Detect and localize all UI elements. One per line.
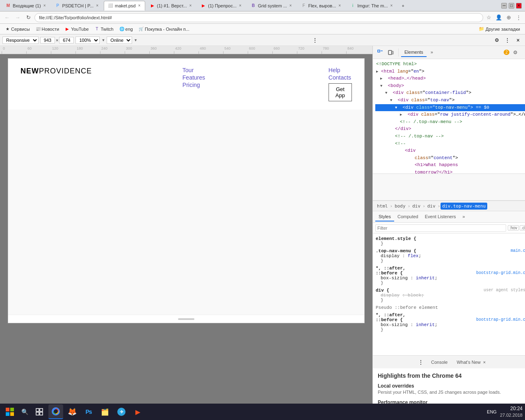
topnav-triangle[interactable]: ▼ [390, 98, 392, 103]
whatsnew-close[interactable]: × [483, 360, 486, 365]
taskbar-ps[interactable]: Ps [81, 404, 96, 419]
taskbar-search-button[interactable]: 🔍 [19, 406, 30, 418]
row-triangle[interactable]: ▶ [400, 113, 402, 117]
devtools-settings-btn[interactable]: ⚙ [511, 48, 520, 57]
taskbar-firefox[interactable]: 🦊 [65, 404, 80, 419]
dom-line-enddiv1[interactable]: </div> [375, 126, 525, 133]
origin-link-star2[interactable]: bootstrap-grid.min.css:6 [476, 317, 525, 322]
reload-button[interactable]: ↻ [24, 13, 33, 22]
selector-star2[interactable]: *, ::after,::before { [376, 313, 406, 322]
prop-boxsizing-val[interactable]: inherit [416, 276, 435, 281]
html-triangle[interactable]: ▶ [376, 70, 378, 74]
other-bookmarks[interactable]: 📁 Другие закладки [476, 25, 523, 32]
tab-bootstrap[interactable]: B Grid system ... × [247, 1, 297, 11]
prop-boxsizing2-val[interactable]: inherit [416, 322, 435, 327]
dom-line-comment2[interactable]: <!-- /.top-nav --> [375, 133, 525, 140]
tab-flex[interactable]: F Flex, выров... × [297, 1, 345, 11]
dom-line-divcontent[interactable]: <div [375, 147, 525, 155]
nav-link-features[interactable]: Features [183, 74, 205, 81]
device-mode-icon[interactable] [386, 48, 396, 57]
devtools-settings-icon[interactable]: ⚙ [492, 36, 501, 45]
dom-line-h1close[interactable]: tomorrow?</h1> [375, 169, 525, 174]
styles-tab-more[interactable]: » [459, 212, 468, 221]
dom-line-comment3[interactable]: <!-- [375, 140, 525, 148]
bc-body[interactable]: body [393, 203, 407, 210]
tab-close-yt2[interactable]: × [238, 3, 242, 8]
devtools-more-icon[interactable]: ⋮ [503, 36, 512, 45]
bookmark-twitch[interactable]: T Twitch [92, 26, 116, 32]
restore-button[interactable]: □ [509, 3, 514, 9]
bookmark-novosti[interactable]: 📰 Новости [33, 26, 62, 32]
taskbar-task-view[interactable] [32, 404, 47, 419]
tab-close-gmail[interactable]: × [43, 3, 47, 8]
body-triangle[interactable]: ▼ [380, 84, 382, 88]
styles-tab-computed[interactable]: Computed [394, 212, 422, 221]
tab-more[interactable]: » [427, 48, 436, 57]
taskbar-telegram[interactable]: ✈ [114, 404, 129, 419]
tab-close-flex[interactable]: × [338, 3, 342, 8]
hov-badge[interactable]: :hov [508, 225, 519, 231]
styles-tab-event[interactable]: Event Listeners [422, 212, 459, 221]
tab-close-maket[interactable]: × [137, 3, 142, 8]
bc-div2[interactable]: div [426, 203, 437, 210]
tab-gmail[interactable]: M Входящие (1) × [2, 1, 50, 11]
dom-line-classcontent[interactable]: class="content"> [375, 155, 525, 162]
selector-element-style[interactable]: element.style { [376, 236, 416, 241]
minimize-button[interactable]: ─ [501, 3, 507, 9]
dom-line-topnavmenu[interactable]: ▼ <div class="top-nav-menu"> == $0 [375, 104, 525, 112]
other-bookmarks-label[interactable]: 📁 Другие закладки [476, 25, 523, 32]
tab-maket[interactable]: ⬜ maket.psd × [104, 1, 145, 11]
dom-line-doctype[interactable]: <!DOCTYPE html> [375, 61, 525, 68]
chrome-menu-icon[interactable]: ⋮ [514, 14, 523, 22]
css-filter-input[interactable] [375, 224, 506, 232]
dom-line-topnav[interactable]: ▼ <div class="top-nav"> [375, 97, 525, 104]
tab-imgur[interactable]: i Imgur: The m... × [346, 1, 397, 11]
bookmark-pokupka[interactable]: 🛒 Покупка - Онлайн п... [136, 26, 192, 32]
get-app-button[interactable]: Get App [329, 83, 352, 101]
tab-elements[interactable]: Elements [401, 48, 427, 57]
responsive-menu-button[interactable]: ⋮ [310, 36, 320, 45]
container-triangle[interactable]: ▼ [385, 91, 387, 95]
online-select[interactable]: Online [107, 37, 132, 44]
bookmark-youtube[interactable]: ▶ YouTube [62, 26, 91, 32]
taskbar-figma[interactable]: ▶ [130, 404, 145, 419]
inspect-element-icon[interactable] [375, 48, 385, 57]
dom-tree[interactable]: <!DOCTYPE html> ▶ <html lang="en"> ▶ <he… [373, 59, 525, 174]
devtools-more-btn[interactable]: ⋮ [522, 48, 525, 57]
nav-link-pricing[interactable]: Pricing [183, 82, 205, 88]
bookmark-star-icon[interactable]: ☆ [485, 14, 493, 22]
tab-close-imgur[interactable]: × [390, 3, 394, 8]
dom-line-container[interactable]: ▼ <div class="container-fluid"> [375, 89, 525, 97]
bottom-menu-icon[interactable]: ⋮ [416, 358, 425, 367]
dom-line-row[interactable]: ▶ <div class="row justify-content-around… [375, 111, 525, 119]
head-triangle[interactable]: ▶ [380, 77, 382, 81]
tab-youtube1[interactable]: ▶ (1) #1. Верст... × [146, 1, 196, 11]
cls-badge[interactable]: .cls [520, 225, 525, 231]
origin-topnavmenu[interactable]: main.css:5 [511, 249, 525, 253]
dom-line-html[interactable]: ▶ <html lang="en"> [375, 68, 525, 75]
origin-link-star[interactable]: bootstrap-grid.min.css:6 [476, 271, 525, 275]
start-button[interactable] [2, 404, 17, 419]
nav-link-help[interactable]: Help [329, 67, 340, 73]
prop-display-val[interactable]: flex [408, 253, 418, 258]
dom-line-comment1[interactable]: <!-- /.top-nav-menu --> [375, 119, 525, 126]
tab-close-psdetch[interactable]: × [95, 3, 99, 8]
responsive-select[interactable]: Responsive [2, 37, 39, 44]
tab-youtube2[interactable]: ▶ (1) Препрос... × [197, 1, 246, 11]
tab-close-bootstrap[interactable]: × [289, 3, 293, 8]
back-button[interactable]: ← [2, 13, 11, 22]
origin-star2[interactable]: bootstrap-grid.min.css:6 [476, 317, 525, 322]
selector-topnavmenu[interactable]: .top-nav-menu { [376, 249, 416, 253]
bottom-tab-whatsnew[interactable]: What's New × [453, 358, 489, 366]
nav-link-contacts[interactable]: Contacts [329, 74, 351, 81]
dom-line-head[interactable]: ▶ <head>…</head> [375, 75, 525, 82]
selector-div[interactable]: div { [376, 288, 389, 293]
bookmark-servisy[interactable]: ★ Сервисы [2, 26, 32, 32]
nav-link-tour[interactable]: Tour [183, 67, 205, 73]
origin-star[interactable]: bootstrap-grid.min.css:6 [476, 271, 525, 275]
viewport-width-input[interactable] [40, 37, 55, 43]
taskbar-browser[interactable] [48, 404, 63, 419]
bottom-tab-console[interactable]: Console [428, 358, 451, 366]
styles-tab-styles[interactable]: Styles [375, 212, 394, 221]
viewport-height-input[interactable] [59, 37, 74, 43]
